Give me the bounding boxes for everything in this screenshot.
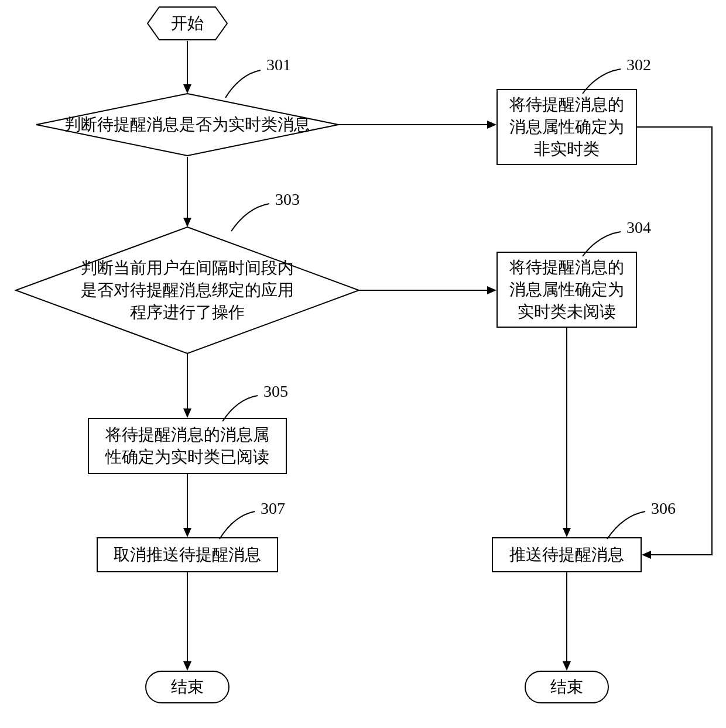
edge-306-end (561, 572, 573, 671)
svg-marker-14 (183, 528, 191, 537)
decision-303: 判断当前用户在间隔时间段内 是否对待提醒消息绑定的应用 程序进行了操作 (15, 226, 360, 355)
leader-304 (580, 227, 624, 259)
leader-307 (217, 507, 258, 542)
edge-303-305 (182, 353, 193, 418)
flowchart-canvas: 开始 判断待提醒消息是否为实时类消息 301 将待提醒消息的 消息属性确定为 非… (0, 0, 726, 728)
step-303: 303 (275, 190, 300, 209)
process-305-l1: 将待提醒消息的消息属 (105, 424, 269, 446)
process-304-l1: 将待提醒消息的 (509, 256, 624, 279)
edge-301-302 (338, 119, 496, 131)
svg-marker-5 (487, 121, 496, 129)
leader-301 (222, 66, 263, 101)
end-node-left: 结束 (145, 671, 230, 703)
edge-301-303 (182, 157, 193, 227)
process-307-text: 取消推送待提醒消息 (114, 544, 261, 566)
decision-303-l1: 判断当前用户在间隔时间段内 (81, 257, 294, 279)
decision-303-l3: 程序进行了操作 (81, 301, 294, 324)
process-306: 推送待提醒消息 (492, 537, 642, 572)
start-node: 开始 (146, 6, 228, 41)
leader-302 (580, 64, 624, 97)
process-302-l1: 将待提醒消息的 (509, 94, 624, 116)
process-302-l2: 消息属性确定为 (509, 116, 624, 138)
process-305: 将待提醒消息的消息属 性确定为实时类已阅读 (88, 418, 287, 474)
edge-303-304 (359, 284, 496, 296)
edge-305-307 (182, 474, 193, 537)
svg-marker-10 (487, 286, 496, 294)
svg-marker-20 (563, 661, 571, 671)
process-304: 将待提醒消息的 消息属性确定为 实时类未阅读 (496, 252, 637, 328)
leader-303 (228, 199, 272, 234)
process-302: 将待提醒消息的 消息属性确定为 非实时类 (496, 89, 637, 165)
process-304-l2: 消息属性确定为 (509, 279, 624, 301)
process-304-l3: 实时类未阅读 (509, 301, 624, 323)
process-305-l2: 性确定为实时类已阅读 (105, 446, 269, 468)
leader-305 (220, 391, 261, 423)
edge-start-301 (182, 41, 193, 94)
end-left-label: 结束 (171, 676, 204, 698)
svg-marker-23 (642, 551, 651, 559)
decision-301-text: 判断待提醒消息是否为实时类消息 (64, 114, 310, 136)
step-305: 305 (263, 382, 288, 401)
step-301: 301 (266, 56, 291, 74)
start-label: 开始 (171, 12, 204, 35)
process-307: 取消推送待提醒消息 (97, 537, 278, 572)
end-node-right: 结束 (525, 671, 609, 703)
edge-307-end (182, 572, 193, 671)
edge-304-306 (561, 328, 573, 537)
end-right-label: 结束 (550, 676, 583, 698)
decision-301: 判断待提醒消息是否为实时类消息 (35, 92, 340, 157)
step-302: 302 (626, 56, 651, 74)
svg-marker-12 (183, 408, 191, 418)
step-307: 307 (261, 499, 285, 518)
decision-303-l2: 是否对待提醒消息绑定的应用 (81, 279, 294, 301)
process-306-text: 推送待提醒消息 (509, 544, 624, 566)
edge-302-306-final (637, 122, 719, 564)
svg-marker-16 (183, 661, 191, 671)
process-302-l3: 非实时类 (509, 138, 624, 160)
svg-marker-18 (563, 528, 571, 537)
